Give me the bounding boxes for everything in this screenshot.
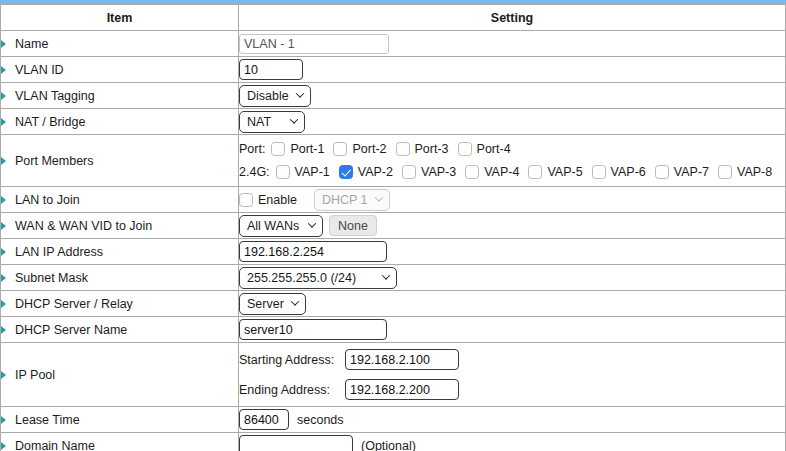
chevron-down-icon	[308, 219, 316, 227]
none-button[interactable]: None	[329, 215, 377, 236]
dhcp-mode-selected-value: Server	[247, 297, 284, 311]
port-prefix-label: Port:	[239, 142, 265, 156]
starting-address-label: Starting Address:	[239, 353, 339, 367]
row-label-vlan-tagging: VLAN Tagging	[15, 89, 95, 103]
vlan-tagging-select[interactable]: Disable	[239, 85, 311, 107]
dhcp-join-select: DHCP 1	[314, 189, 390, 211]
row-arrow-icon	[1, 222, 6, 230]
checkbox-option-vap-6[interactable]: VAP-6	[592, 165, 646, 179]
table-row: LAN to Join Enable DHCP 1	[1, 187, 786, 213]
lan-join-enable-option[interactable]: Enable	[239, 193, 297, 207]
checkbox-label: Port-1	[290, 142, 324, 156]
table-row: Domain Name (Optional)	[1, 433, 786, 451]
row-label-port-members: Port Members	[15, 154, 94, 168]
row-arrow-icon	[1, 40, 6, 48]
dhcp-mode-select[interactable]: Server	[239, 293, 306, 315]
checkbox-option-vap-5[interactable]: VAP-5	[528, 165, 582, 179]
starting-address-input[interactable]	[345, 349, 459, 370]
checkbox-option-vap-8[interactable]: VAP-8	[718, 165, 772, 179]
wan-join-select[interactable]: All WANs	[239, 215, 323, 237]
row-arrow-icon	[1, 371, 6, 379]
row-label-name: Name	[15, 37, 48, 51]
domain-optional-label: (Optional)	[361, 439, 416, 451]
table-row: Port Members Port: Port-1Port-2Port-3Por…	[1, 135, 786, 187]
checkbox-label: VAP-6	[611, 165, 646, 179]
vlan-settings-table: Item Setting Name VLAN ID	[0, 4, 786, 451]
vap-checkbox-group: VAP-1VAP-2VAP-3VAP-4VAP-5VAP-6VAP-7VAP-8	[276, 165, 782, 179]
dhcp-server-name-input[interactable]	[239, 319, 387, 340]
checkbox-option-port-4[interactable]: Port-4	[458, 142, 511, 156]
enable-checkbox[interactable]	[239, 193, 253, 207]
subnet-mask-select[interactable]: 255.255.255.0 (/24)	[239, 267, 397, 289]
lease-time-input[interactable]	[239, 409, 289, 430]
checkbox-label: Port-2	[352, 142, 386, 156]
checkbox-option-vap-2[interactable]: VAP-2	[339, 165, 393, 179]
table-row: WAN & WAN VID to Join All WANs None	[1, 213, 786, 239]
domain-name-input[interactable]	[239, 435, 353, 451]
checkbox-label: VAP-7	[674, 165, 709, 179]
checkbox[interactable]	[592, 165, 606, 179]
nat-bridge-select[interactable]: NAT	[239, 111, 305, 133]
row-arrow-icon	[1, 274, 6, 282]
port-checkbox-group: Port-1Port-2Port-3Port-4	[271, 142, 519, 156]
checkbox[interactable]	[458, 142, 472, 156]
row-label-wan-join: WAN & WAN VID to Join	[15, 219, 152, 233]
dhcp-join-selected-value: DHCP 1	[322, 193, 368, 207]
checkbox[interactable]	[718, 165, 732, 179]
checkbox[interactable]	[655, 165, 669, 179]
checkbox-option-vap-7[interactable]: VAP-7	[655, 165, 709, 179]
checkbox-label: VAP-4	[484, 165, 519, 179]
row-arrow-icon	[1, 326, 6, 334]
row-label-lan-to-join: LAN to Join	[15, 193, 80, 207]
table-row: LAN IP Address	[1, 239, 786, 265]
ending-address-input[interactable]	[345, 379, 459, 400]
name-input[interactable]	[239, 34, 389, 54]
table-row: VLAN ID	[1, 57, 786, 83]
lease-time-unit-label: seconds	[297, 413, 344, 427]
checked-checkbox[interactable]	[339, 165, 353, 179]
chevron-down-icon	[382, 271, 390, 279]
checkbox-option-port-2[interactable]: Port-2	[333, 142, 386, 156]
lan-ip-input[interactable]	[239, 241, 387, 262]
checkbox-label: Port-3	[415, 142, 449, 156]
table-row: DHCP Server / Relay Server	[1, 291, 786, 317]
vlan-id-input[interactable]	[239, 59, 303, 80]
checkbox-option-port-1[interactable]: Port-1	[271, 142, 324, 156]
row-label-nat-bridge: NAT / Bridge	[15, 115, 85, 129]
checkbox[interactable]	[333, 142, 347, 156]
checkbox-option-vap-1[interactable]: VAP-1	[276, 165, 330, 179]
checkbox-option-vap-4[interactable]: VAP-4	[465, 165, 519, 179]
row-label-lan-ip: LAN IP Address	[15, 245, 103, 259]
checkbox[interactable]	[528, 165, 542, 179]
row-arrow-icon	[1, 92, 6, 100]
row-arrow-icon	[1, 157, 6, 165]
checkbox-option-vap-3[interactable]: VAP-3	[402, 165, 456, 179]
checkbox[interactable]	[276, 165, 290, 179]
row-label-ip-pool: IP Pool	[15, 368, 55, 382]
checkbox-label: Port-4	[477, 142, 511, 156]
nat-bridge-selected-value: NAT	[247, 115, 271, 129]
subnet-mask-selected-value: 255.255.255.0 (/24)	[247, 271, 356, 285]
checkbox[interactable]	[396, 142, 410, 156]
enable-checkbox-label: Enable	[258, 193, 297, 207]
checkbox[interactable]	[271, 142, 285, 156]
row-label-subnet-mask: Subnet Mask	[15, 271, 88, 285]
column-header-setting: Setting	[239, 5, 786, 31]
wifi-prefix-label: 2.4G:	[239, 165, 270, 179]
ending-address-label: Ending Address:	[239, 383, 339, 397]
row-label-lease-time: Lease Time	[15, 413, 80, 427]
row-arrow-icon	[1, 118, 6, 126]
table-row: IP Pool Starting Address: Ending Address…	[1, 343, 786, 407]
checkbox-label: VAP-5	[547, 165, 582, 179]
vlan-tagging-selected-value: Disable	[247, 89, 289, 103]
row-label-vlan-id: VLAN ID	[15, 63, 64, 77]
row-arrow-icon	[1, 300, 6, 308]
checkbox-option-port-3[interactable]: Port-3	[396, 142, 449, 156]
row-arrow-icon	[1, 248, 6, 256]
table-row: NAT / Bridge NAT	[1, 109, 786, 135]
table-row: Subnet Mask 255.255.255.0 (/24)	[1, 265, 786, 291]
checkbox[interactable]	[465, 165, 479, 179]
column-header-item: Item	[1, 5, 239, 31]
chevron-down-icon	[291, 297, 299, 305]
checkbox[interactable]	[402, 165, 416, 179]
